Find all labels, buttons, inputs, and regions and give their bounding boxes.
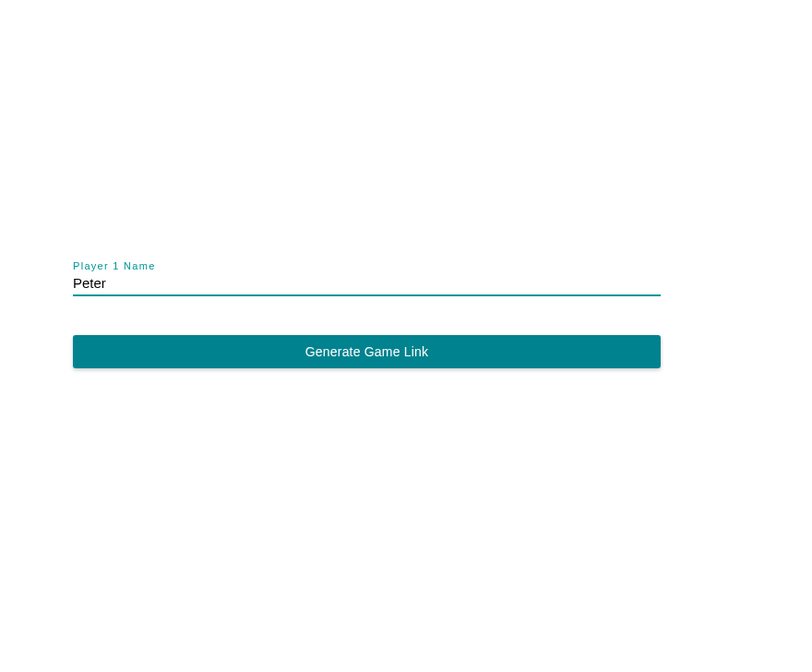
generate-game-link-button[interactable]: Generate Game Link: [73, 335, 661, 368]
player-name-field-wrapper: Player 1 Name: [73, 260, 661, 296]
game-setup-form: Player 1 Name Generate Game Link: [73, 260, 661, 368]
player-name-input[interactable]: [73, 275, 661, 296]
player-name-label: Player 1 Name: [73, 260, 661, 271]
